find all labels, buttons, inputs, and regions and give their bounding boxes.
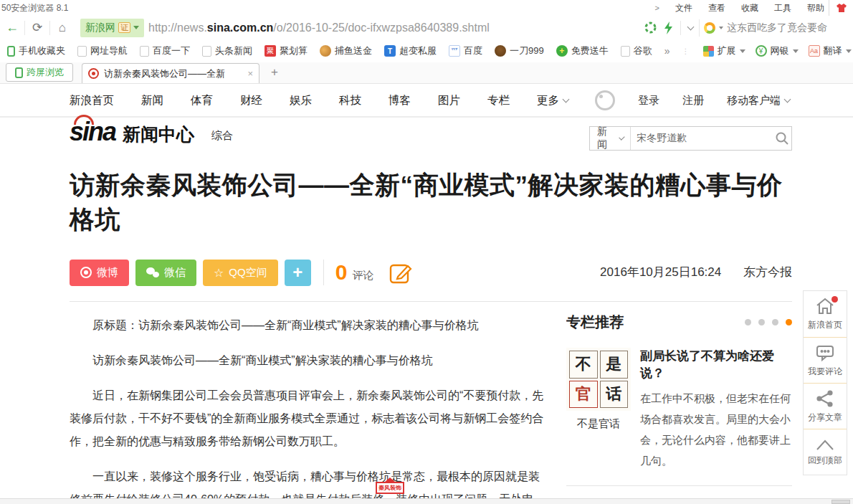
sina-logo[interactable]: sina bbox=[70, 119, 115, 145]
search-engine-icon bbox=[704, 22, 715, 34]
shirt-icon bbox=[836, 3, 847, 13]
carousel-dot[interactable] bbox=[772, 319, 778, 325]
nav-news[interactable]: 新闻 bbox=[141, 93, 163, 108]
tab-active[interactable]: 访新余秦风装饰公司——全新 × bbox=[82, 63, 259, 83]
toolbar-back-to-top[interactable]: 回到顶部 bbox=[804, 429, 847, 475]
bookmark-baidu[interactable]: 爫 百度 bbox=[449, 44, 482, 57]
menu-help[interactable]: 帮助 bbox=[807, 2, 824, 14]
search-button[interactable] bbox=[772, 131, 791, 146]
url-dropdown-icon[interactable] bbox=[687, 23, 695, 30]
nav-column[interactable]: 专栏 bbox=[487, 93, 510, 108]
bookmark-label: 超变私服 bbox=[399, 44, 437, 57]
lightning-icon[interactable] bbox=[664, 22, 673, 34]
fish-icon bbox=[320, 45, 331, 57]
toolbar-comment[interactable]: 我要评论 bbox=[804, 337, 847, 383]
bookmark-google[interactable]: 谷歌 bbox=[621, 44, 652, 57]
site-nav: 新浪首页 新闻 体育 财经 娱乐 科技 博客 图片 专栏 更多 登录 注册 移动… bbox=[0, 85, 853, 118]
extensions-icon bbox=[703, 46, 714, 57]
nav-photo[interactable]: 图片 bbox=[438, 93, 460, 108]
register-link[interactable]: 注册 bbox=[682, 94, 704, 108]
scrollbar-thumb[interactable] bbox=[831, 500, 850, 504]
cross-screen-button[interactable]: 跨屏浏览 bbox=[6, 63, 73, 82]
bookmark-juhuasuan[interactable]: 聚 聚划算 bbox=[265, 44, 308, 57]
bookmark-baidu-search[interactable]: 百度一下 bbox=[140, 44, 190, 57]
channel-label[interactable]: 综合 bbox=[211, 126, 233, 145]
toolbar-share[interactable]: 分享文章 bbox=[804, 383, 847, 429]
bookmark-toutiao[interactable]: 头条新闻 bbox=[202, 44, 252, 57]
tab-close-icon[interactable]: × bbox=[247, 68, 253, 79]
bookmark-free-cow[interactable]: + 免费送牛 bbox=[556, 44, 609, 57]
write-comment-icon[interactable] bbox=[389, 261, 412, 284]
login-link[interactable]: 登录 bbox=[638, 94, 659, 108]
url-field[interactable]: http://news.sina.com.cn/o/2016-10-25/doc… bbox=[148, 22, 639, 34]
bookmark-label: 免费送牛 bbox=[571, 44, 609, 57]
mobile-client-link[interactable]: 移动客户端 bbox=[727, 94, 790, 108]
dropdown-icon[interactable] bbox=[793, 49, 799, 53]
carousel-dot-active[interactable] bbox=[786, 319, 792, 325]
dropdown-icon[interactable] bbox=[740, 49, 745, 53]
bookmark-sifu[interactable]: T 超变私服 bbox=[384, 44, 437, 57]
page-icon bbox=[621, 46, 630, 57]
search-category-select[interactable]: 新闻 bbox=[590, 127, 631, 150]
nav-sports[interactable]: 体育 bbox=[191, 93, 213, 108]
site-identity-badge[interactable]: 新浪网 证 bbox=[80, 19, 144, 37]
bookmark-fishing[interactable]: 捕鱼送金 bbox=[320, 44, 372, 57]
menu-overflow-icon[interactable]: > bbox=[655, 4, 659, 12]
carousel-dot[interactable] bbox=[758, 319, 765, 325]
menu-view[interactable]: 查看 bbox=[708, 2, 725, 14]
search-input[interactable] bbox=[631, 133, 772, 144]
bookmark-nav-site[interactable]: 网址导航 bbox=[77, 44, 128, 57]
quick-search-box[interactable]: 这东西吃多了竟会要命 bbox=[699, 19, 853, 37]
share-more-button[interactable]: + bbox=[285, 260, 311, 286]
refresh-button[interactable]: ⟳ bbox=[25, 19, 49, 37]
skin-button[interactable] bbox=[829, 0, 853, 16]
bookmark-yidao999[interactable]: 一刀999 bbox=[495, 44, 544, 57]
toolbar-sina-home[interactable]: 新浪首页 bbox=[804, 291, 847, 337]
bottom-scrollbar[interactable] bbox=[0, 498, 853, 504]
pinwheel-icon[interactable] bbox=[644, 22, 657, 34]
bookmarks-overflow-button[interactable]: » bbox=[664, 45, 670, 57]
recommend-section-title: 专栏推荐 bbox=[566, 313, 624, 332]
page-icon bbox=[202, 46, 211, 57]
nav-tech[interactable]: 科技 bbox=[339, 93, 361, 108]
phone-icon bbox=[15, 67, 23, 78]
comment-count[interactable]: 0 bbox=[335, 260, 348, 285]
carousel-dot[interactable] bbox=[745, 319, 751, 325]
translate-button[interactable]: Aa 翻译 bbox=[809, 44, 852, 57]
menu-favorites[interactable]: 收藏 bbox=[741, 2, 758, 14]
share-qzone-button[interactable]: ☆ QQ空间 bbox=[203, 260, 278, 286]
share-wechat-button[interactable]: 微信 bbox=[135, 260, 196, 286]
extensions-button[interactable]: 扩展 bbox=[703, 44, 745, 57]
cert-icon: 证 bbox=[118, 22, 130, 33]
bookmark-mobile-favorites[interactable]: 手机收藏夹 bbox=[7, 44, 65, 57]
new-tab-button[interactable]: + bbox=[265, 64, 284, 81]
dropdown-icon[interactable] bbox=[846, 49, 852, 53]
chevron-down-icon bbox=[619, 134, 624, 140]
badge-dropdown-icon bbox=[133, 26, 139, 29]
weibo-icon bbox=[80, 267, 92, 278]
nav-sina-home[interactable]: 新浪首页 bbox=[70, 93, 114, 108]
article-body: 原标题：访新余秦风装饰公司——全新“商业模式”解决家装的糟心事与价格坑 访新余秦… bbox=[70, 314, 548, 500]
phone-icon bbox=[7, 46, 15, 57]
comment-label[interactable]: 评论 bbox=[352, 269, 373, 282]
menu-file[interactable]: 文件 bbox=[675, 2, 692, 14]
recommend-item[interactable]: 不 是 官 话 不是官话 副局长说了不算为啥还爱说？ 在工作中不积极，但老宋在任… bbox=[566, 348, 792, 471]
translate-icon: Aa bbox=[809, 45, 820, 57]
menu-tools[interactable]: 工具 bbox=[774, 2, 791, 14]
content-divider bbox=[70, 301, 792, 302]
share-weibo-button[interactable]: 微博 bbox=[70, 260, 129, 286]
recommend-thumbnail[interactable]: 不 是 官 话 不是官话 bbox=[566, 348, 631, 471]
news-center-title[interactable]: 新闻中心 bbox=[123, 123, 194, 145]
bookmark-label: 手机收藏夹 bbox=[19, 44, 65, 57]
bank-button[interactable]: ¥ 网银 bbox=[756, 44, 799, 57]
nav-ent[interactable]: 娱乐 bbox=[290, 93, 312, 108]
nav-blog[interactable]: 博客 bbox=[389, 93, 411, 108]
article-source[interactable]: 东方今报 bbox=[743, 265, 792, 279]
page-icon bbox=[140, 46, 149, 57]
search-engine-dropdown-icon[interactable] bbox=[719, 27, 723, 29]
home-button[interactable]: ⌂ bbox=[50, 19, 75, 37]
back-button[interactable]: ← bbox=[0, 19, 24, 37]
nav-more[interactable]: 更多 bbox=[537, 93, 568, 108]
recommend-item-title[interactable]: 副局长说了不算为啥还爱说？ bbox=[640, 348, 792, 382]
nav-finance[interactable]: 财经 bbox=[240, 93, 262, 108]
